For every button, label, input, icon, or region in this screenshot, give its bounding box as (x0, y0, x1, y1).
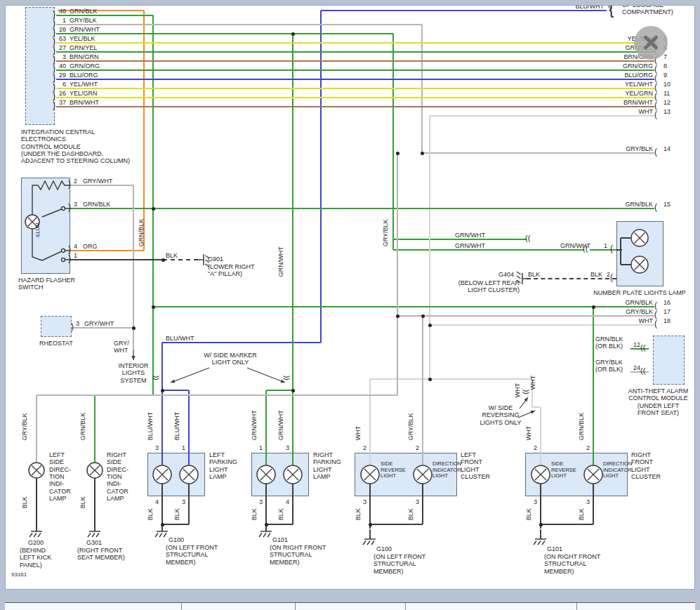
pointer-arrow (171, 368, 209, 383)
diagram-label: RHEOSTAT (39, 340, 73, 347)
diagram-label: BRN/WHT (583, 99, 653, 106)
bulb-filament (90, 465, 100, 475)
arrow-head (171, 379, 176, 383)
window-frame-bottom (0, 590, 700, 602)
diagram-label: 27 (58, 44, 66, 51)
diagram-label: 4 (74, 243, 77, 250)
diagram-label: 12 (663, 99, 671, 106)
diagram-label: 26 (58, 90, 66, 97)
diagram-label: GRN/BLK (595, 336, 623, 343)
diagram-label: SIDE REVERSE LIGHT (381, 461, 406, 479)
wire-segment (540, 484, 541, 524)
diagram-label: GRY/BLK (70, 17, 97, 24)
diagram-label: 15 (663, 201, 671, 208)
wire-segment (266, 524, 293, 525)
diagram-label: 3 (259, 498, 263, 505)
junction-dot (396, 314, 399, 318)
diagram-label: GRN/BLK (83, 201, 111, 208)
diagram-label: (ON RIGHT FRONT STRUCTURAL MEMBER) (544, 553, 600, 575)
junction-dot (161, 258, 165, 262)
diagram-label: BLK (166, 252, 178, 259)
component-box (25, 7, 55, 125)
diagram-label: GRN/WHT (455, 242, 485, 249)
diagram-label: G200 (28, 539, 44, 546)
diagram-label: G101 (272, 536, 288, 543)
diagram-label: (ON LEFT FRONT STRUCTURAL MEMBER) (374, 553, 425, 575)
diagram-label: 2 (586, 444, 590, 451)
wire-segment (56, 33, 393, 34)
diagram-label: GRN/YEL (70, 44, 98, 51)
diagram-label: INTEGRATION CENTRAL ELECTRONICS CONTROL … (21, 128, 130, 165)
wire-segment (621, 237, 631, 239)
footer-column-divider (405, 603, 406, 610)
wire-segment (265, 390, 267, 465)
diagram-label: G404 (498, 271, 514, 278)
wire-segment (56, 97, 654, 98)
diagram-label: 40 (58, 62, 66, 69)
bulb-icon (87, 463, 103, 478)
footer-table-strip (5, 602, 695, 610)
diagram-label: 3 (74, 201, 77, 208)
diagram-label: INTERIOR LIGHTS SYSTEM (117, 362, 150, 384)
junction-dot (161, 389, 164, 392)
diagram-label: GRY/ WHT (114, 340, 129, 354)
diagram-label: YEL/WHT (70, 81, 98, 88)
wire-segment (161, 343, 163, 465)
wire-segment (429, 116, 430, 379)
diagram-label: BLK (590, 271, 602, 278)
diagram-label: GRY/BLK (583, 308, 653, 315)
window-frame-left (0, 0, 5, 610)
diagram-label: 11 (663, 90, 670, 97)
bulb-icon (29, 463, 44, 478)
diagram-label: 10 (663, 81, 671, 88)
diagram-label: GRY/WHT (84, 320, 114, 327)
diagram-label: 3 (182, 498, 185, 505)
diagram-label: 3 (155, 444, 159, 451)
diagram-label: 2 (416, 444, 419, 451)
diagram-label: LEFT FRONT LIGHT CLUSTER (461, 451, 490, 480)
diagram-label: GRN/WHT (277, 246, 284, 277)
diagram-label: BLK (251, 508, 258, 520)
diagram-label: BLU/ORG (70, 72, 98, 79)
wire-segment (36, 478, 37, 531)
connector-arc: ) (68, 180, 71, 190)
wiring-diagram-viewer: 4812863273402962637GRN/BLKGRY/BLKGRN/WHT… (0, 0, 700, 610)
diagram-label: 3 (534, 498, 537, 505)
diagram-label: 1 (259, 444, 263, 451)
diagram-label: (LOWER RIGHT "A" PILLAR) (208, 263, 255, 278)
diagram-label: 93161 (11, 571, 27, 578)
diagram-label: 3 (586, 498, 590, 505)
diagram-label: RIGHT PARKING LIGHT LAMP (313, 451, 341, 480)
diagram-label: ORG (83, 243, 98, 250)
diagram-label: GRN/BLK (578, 413, 585, 441)
diagram-label: GRY/BLK (21, 413, 28, 440)
diagram-label: GRN/WHT (455, 232, 485, 239)
wire-segment (143, 11, 145, 251)
arrow-line (247, 368, 285, 383)
diagram-label: 3 (286, 444, 289, 451)
wire-segment (56, 79, 654, 80)
wire-segment (540, 407, 541, 465)
diagram-label: BLU/ORG (583, 72, 653, 79)
wire-segment (56, 42, 654, 44)
close-button[interactable] (634, 26, 668, 60)
diagram-label: ANTI-THEFT ALARM CONTROL MODULE (UNDER L… (618, 387, 699, 416)
junction-dot (152, 305, 155, 309)
diagram-label: 29 (58, 72, 66, 79)
diagram-label: BLU/WHT (147, 412, 154, 441)
wire-segment (56, 60, 654, 62)
connector-arc: (( (640, 366, 645, 376)
wire-segment (392, 34, 394, 250)
diagram-label: RIGHT SIDE DIREC- TION INDI- CATOR LAMP (107, 451, 128, 502)
wire-segment (266, 390, 293, 391)
diagram-label: GRN/BLK (138, 219, 145, 247)
diagram-label: 1 (74, 252, 77, 259)
component-box (147, 453, 205, 496)
wire-segment (541, 524, 593, 525)
wire-segment (188, 484, 190, 524)
diagram-label: (BELOW LEFT REAR LIGHT CLUSTER) (449, 279, 520, 294)
diagram-label: WHT (583, 317, 653, 324)
diagram-label: WHT (525, 426, 532, 441)
diagram-label: 2 (363, 444, 366, 451)
wire-segment (133, 185, 134, 350)
